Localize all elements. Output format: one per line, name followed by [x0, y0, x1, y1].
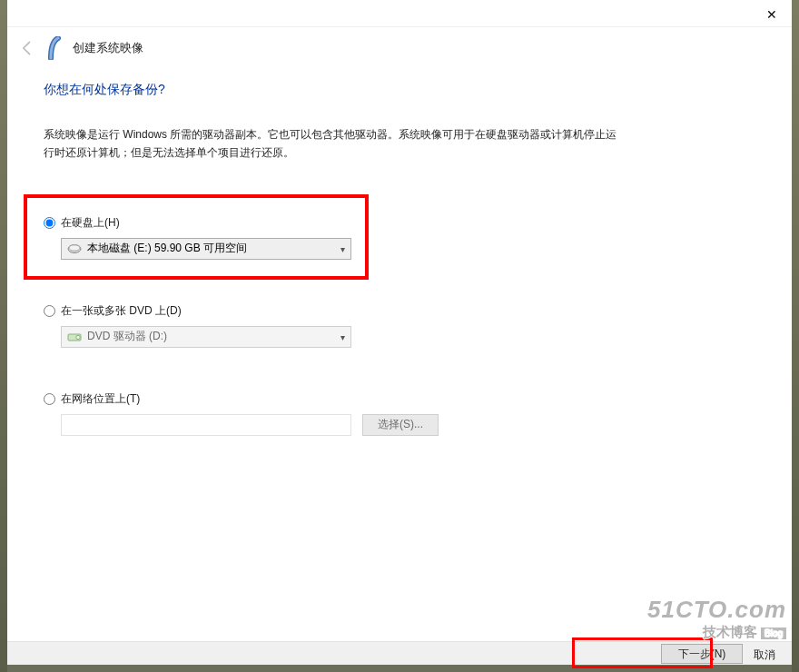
radio-network-label: 在网络位置上(T): [61, 391, 140, 407]
radio-network[interactable]: [44, 393, 55, 405]
radio-dvd-label: 在一张或多张 DVD 上(D): [61, 303, 182, 319]
chevron-down-icon: ▾: [340, 331, 345, 341]
dialog-footer: 下一步(N) 取消: [7, 641, 792, 665]
network-path-input: [61, 414, 351, 436]
close-icon: ✕: [766, 7, 777, 22]
next-button[interactable]: 下一步(N): [661, 644, 743, 664]
wizard-header: 创建系统映像: [18, 35, 143, 62]
cancel-button[interactable]: 取消: [754, 647, 775, 663]
radio-dvd[interactable]: [44, 305, 55, 317]
wizard-content: 你想在何处保存备份? 系统映像是运行 Windows 所需的驱动器副本。它也可以…: [44, 82, 764, 436]
svg-point-1: [69, 245, 80, 251]
system-image-icon: [45, 36, 64, 60]
browse-button: 选择(S)...: [362, 414, 439, 436]
hard-disk-select[interactable]: 本地磁盘 (E:) 59.90 GB 可用空间 ▾: [61, 238, 351, 260]
window-titlebar: ✕: [7, 0, 792, 27]
radio-hard-disk[interactable]: [44, 217, 55, 229]
dvd-drive-icon: [67, 331, 82, 342]
back-arrow-icon[interactable]: [18, 39, 36, 57]
option-network[interactable]: 在网络位置上(T): [44, 391, 764, 407]
hard-disk-select-text: 本地磁盘 (E:) 59.90 GB 可用空间: [87, 241, 247, 256]
dvd-select: DVD 驱动器 (D:) ▾: [61, 326, 351, 348]
option-dvd[interactable]: 在一张或多张 DVD 上(D): [44, 303, 764, 319]
svg-point-3: [76, 335, 80, 339]
desktop-left-strip: [0, 0, 7, 672]
dialog-window: ✕ 创建系统映像 你想在何处保存备份? 系统映像是运行 Windows 所需的驱…: [7, 0, 792, 665]
close-button[interactable]: ✕: [759, 5, 784, 24]
option-hard-disk[interactable]: 在硬盘上(H): [44, 215, 764, 231]
wizard-title: 创建系统映像: [73, 41, 143, 56]
option-hard-disk-group: 在硬盘上(H) 本地磁盘 (E:) 59.90 GB 可用空间 ▾: [44, 215, 764, 260]
page-heading: 你想在何处保存备份?: [44, 82, 764, 98]
desktop-right-strip: [792, 0, 799, 672]
hard-disk-icon: [67, 243, 82, 254]
option-network-group: 在网络位置上(T) 选择(S)...: [44, 391, 764, 436]
chevron-down-icon: ▾: [340, 243, 345, 253]
page-description: 系统映像是运行 Windows 所需的驱动器副本。它也可以包含其他驱动器。系统映…: [44, 125, 625, 163]
option-dvd-group: 在一张或多张 DVD 上(D) DVD 驱动器 (D:) ▾: [44, 303, 764, 348]
dvd-select-text: DVD 驱动器 (D:): [87, 329, 167, 344]
radio-hard-disk-label: 在硬盘上(H): [61, 215, 120, 231]
